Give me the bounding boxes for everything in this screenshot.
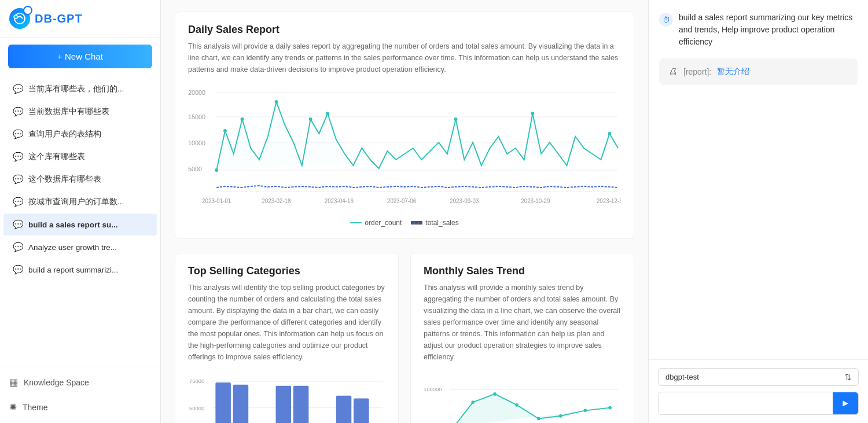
svg-text:5000: 5000 (188, 165, 202, 172)
chat-item-9[interactable]: 💬build a report summarizi... (3, 259, 157, 281)
monthly-sales-desc: This analysis will provide a monthly sal… (424, 282, 621, 363)
chat-item-4[interactable]: 💬这个库有哪些表 (3, 146, 157, 168)
svg-point-51 (493, 392, 496, 396)
knowledge-space-item[interactable]: ▦ Knowledge Space (0, 370, 160, 395)
svg-rect-36 (233, 385, 249, 423)
chat-item-label: 这个数据库有哪些表 (28, 174, 101, 185)
monthly-sales-chart: 100000 50000 (424, 372, 621, 423)
svg-point-55 (584, 409, 587, 412)
chat-item-label: build a sales report su... (28, 220, 118, 229)
chat-bubble-icon: 💬 (13, 197, 24, 207)
chat-list: 💬当前库有哪些表，他们的...💬当前数据库中有哪些表💬查询用户表的表结构💬这个库… (0, 75, 160, 366)
right-panel: ⏱ build a sales report summarizing our k… (648, 0, 868, 423)
main-content: Daily Sales Report This analysis will pr… (161, 0, 648, 423)
svg-point-1 (14, 15, 17, 19)
chat-item-6[interactable]: 💬按城市查询用户的订单数... (3, 191, 157, 213)
svg-text:2023-07-06: 2023-07-06 (387, 198, 417, 204)
daily-sales-title: Daily Sales Report (188, 24, 621, 36)
theme-item[interactable]: ✺ Theme (0, 395, 160, 420)
svg-rect-40 (354, 398, 369, 423)
db-selector-chevron-icon: ⇅ (845, 373, 851, 381)
chat-input-row: ► (658, 392, 859, 415)
report-badge: 🖨 [report]: 暂无介绍 (659, 58, 858, 85)
monthly-sales-section: Monthly Sales Trend This analysis will p… (410, 253, 634, 423)
svg-point-18 (531, 112, 534, 115)
chat-item-label: 这个库有哪些表 (28, 152, 85, 162)
query-box: ⏱ build a sales report summarizing our k… (659, 12, 858, 48)
chat-item-label: 当前数据库中有哪些表 (28, 106, 109, 117)
chat-item-3[interactable]: 💬查询用户表的表结构 (3, 123, 157, 145)
chat-item-label: Analyze user growth tre... (28, 243, 117, 252)
svg-text:2023-10-29: 2023-10-29 (521, 198, 550, 204)
svg-text:100000: 100000 (424, 386, 442, 392)
sidebar: DB-GPT + New Chat 💬当前库有哪些表，他们的...💬当前数据库中… (0, 0, 161, 423)
svg-text:2023-01-01: 2023-01-01 (202, 198, 231, 204)
db-selector-value: dbgpt-test (665, 373, 699, 381)
svg-text:2023-09-03: 2023-09-03 (450, 198, 479, 204)
svg-text:75000: 75000 (189, 378, 204, 384)
chat-input[interactable] (659, 393, 833, 414)
chat-item-1[interactable]: 💬当前库有哪些表，他们的... (3, 78, 157, 100)
chat-item-label: 当前库有哪些表，他们的... (28, 84, 124, 94)
query-user-icon: ⏱ (659, 13, 673, 27)
svg-text:20000: 20000 (188, 89, 205, 96)
svg-point-14 (275, 100, 278, 104)
svg-rect-37 (276, 386, 292, 423)
right-panel-top: ⏱ build a sales report summarizing our k… (649, 0, 868, 359)
chat-item-7[interactable]: 💬build a sales report su... (3, 214, 157, 236)
top-selling-desc: This analysis will identify the top sell… (188, 282, 385, 363)
right-panel-bottom: dbgpt-test ⇅ ► (649, 359, 868, 423)
top-selling-chart: 75000 50000 25000 0 (188, 372, 385, 423)
daily-sales-section: Daily Sales Report This analysis will pr… (175, 12, 634, 239)
legend-order-count: order_count (350, 219, 402, 227)
chat-bubble-icon: 💬 (13, 174, 24, 185)
chat-bubble-icon: 💬 (13, 219, 24, 230)
svg-text:2023-12-3: 2023-12-3 (597, 198, 621, 204)
svg-text:2023-02-18: 2023-02-18 (262, 198, 291, 204)
svg-point-17 (454, 117, 458, 121)
app-name: DB-GPT (35, 12, 83, 25)
top-selling-title: Top Selling Categories (188, 265, 385, 277)
new-chat-button[interactable]: + New Chat (8, 45, 152, 68)
chat-bubble-icon: 💬 (13, 129, 24, 139)
chat-item-5[interactable]: 💬这个数据库有哪些表 (3, 168, 157, 190)
daily-sales-chart: 20000 15000 10000 5000 (188, 84, 621, 227)
knowledge-space-label: Knowledge Space (24, 378, 89, 387)
query-text: build a sales report summarizing our key… (679, 12, 858, 48)
svg-point-19 (608, 132, 611, 135)
svg-point-53 (537, 417, 540, 421)
logo-area: DB-GPT (0, 0, 160, 38)
report-badge-value: 暂无介绍 (717, 67, 749, 77)
svg-point-52 (515, 403, 518, 407)
chat-item-label: 查询用户表的表结构 (28, 129, 101, 139)
send-button[interactable]: ► (833, 392, 858, 414)
chat-item-8[interactable]: 💬Analyze user growth tre... (3, 236, 157, 258)
chat-item-2[interactable]: 💬当前数据库中有哪些表 (3, 101, 157, 123)
chat-item-label: build a report summarizi... (28, 266, 118, 274)
report-badge-label: [report]: (683, 67, 711, 76)
bottom-sections: Top Selling Categories This analysis wil… (175, 253, 634, 423)
svg-point-15 (309, 117, 312, 121)
legend-total-sales: total_sales (411, 219, 458, 227)
theme-icon: ✺ (9, 402, 17, 413)
svg-point-13 (241, 117, 244, 121)
chat-bubble-icon: 💬 (13, 242, 24, 252)
theme-label: Theme (23, 403, 48, 412)
svg-text:10000: 10000 (188, 139, 205, 146)
knowledge-space-icon: ▦ (9, 377, 18, 388)
top-selling-section: Top Selling Categories This analysis wil… (175, 253, 399, 423)
svg-text:50000: 50000 (189, 405, 204, 411)
chat-bubble-icon: 💬 (13, 152, 24, 162)
monthly-sales-title: Monthly Sales Trend (424, 265, 621, 277)
svg-point-56 (608, 406, 612, 410)
report-badge-icon: 🖨 (668, 67, 678, 77)
svg-rect-35 (215, 382, 231, 423)
svg-point-12 (223, 129, 227, 133)
svg-text:15000: 15000 (188, 113, 205, 120)
daily-sales-legend: order_count total_sales (188, 219, 621, 227)
app-logo-icon (9, 8, 30, 29)
daily-sales-desc: This analysis will provide a daily sales… (188, 41, 621, 75)
svg-point-50 (471, 400, 475, 404)
db-selector[interactable]: dbgpt-test ⇅ (658, 368, 859, 386)
chat-item-label: 按城市查询用户的订单数... (28, 197, 124, 207)
